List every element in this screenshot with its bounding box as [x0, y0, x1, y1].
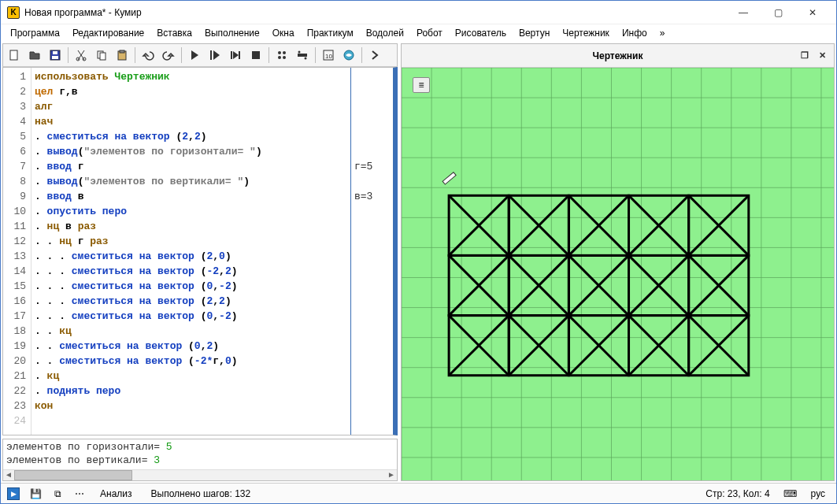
cut-button[interactable]	[72, 46, 91, 65]
svg-rect-9	[120, 50, 124, 53]
line-numbers-button[interactable]: 10	[319, 46, 338, 65]
title-bar: K Новая программа* - Кумир ― ▢ ✕	[1, 1, 836, 24]
svg-point-5	[83, 57, 86, 61]
keyboard-indicator-icon: ⌨	[783, 486, 798, 502]
panel-header: Чертежник ❐ ✕	[402, 44, 834, 68]
actor-button[interactable]	[339, 46, 358, 65]
code-area[interactable]: использовать Чертежникцел г,валгнач. сме…	[31, 68, 350, 435]
new-button[interactable]	[5, 46, 24, 65]
redo-button[interactable]	[159, 46, 178, 65]
menu-окна[interactable]: Окна	[266, 25, 301, 41]
console-text[interactable]: элементов по горизонтали= 5элементов по …	[3, 439, 397, 469]
svg-rect-11	[231, 51, 232, 59]
menu-вертун[interactable]: Вертун	[513, 25, 556, 41]
stop-button[interactable]	[246, 46, 265, 65]
menu-чертежник[interactable]: Чертежник	[556, 25, 616, 41]
menu-робот[interactable]: Робот	[410, 25, 449, 41]
canvas-svg	[402, 68, 834, 480]
menu-overflow[interactable]: »	[654, 25, 672, 41]
app-icon: K	[7, 6, 20, 19]
status-steps: Выполнено шагов: 132	[145, 488, 257, 499]
menu-вставка[interactable]: Вставка	[150, 25, 198, 41]
status-run-icon[interactable]: ▶	[6, 486, 21, 502]
value-margin: г=5в=3	[350, 68, 393, 435]
menu-выполнение[interactable]: Выполнение	[198, 25, 266, 41]
svg-rect-3	[53, 51, 57, 54]
menu-рисователь[interactable]: Рисователь	[449, 25, 513, 41]
status-dots-icon[interactable]: ⋯	[72, 486, 87, 502]
svg-point-19	[298, 51, 301, 54]
close-button[interactable]: ✕	[795, 2, 830, 24]
save-button[interactable]	[46, 46, 65, 65]
code-editor[interactable]: 123456789101112131415161718192021222324 …	[2, 67, 398, 435]
copy-button[interactable]	[92, 46, 111, 65]
menu-инфо[interactable]: Инфо	[616, 25, 654, 41]
svg-rect-10	[210, 50, 212, 60]
status-copy-icon[interactable]: ⧉	[50, 486, 65, 502]
actor-panel: Чертежник ❐ ✕ ≡	[401, 43, 835, 481]
window-title: Новая программа* - Кумир	[24, 7, 726, 18]
panel-title: Чертежник	[593, 50, 643, 61]
svg-rect-7	[100, 53, 106, 60]
svg-point-16	[278, 56, 281, 59]
menu-водолей[interactable]: Водолей	[360, 25, 410, 41]
svg-rect-99	[443, 172, 456, 184]
robot-field-button[interactable]	[272, 46, 291, 65]
svg-point-20	[305, 57, 307, 60]
svg-rect-13	[252, 51, 260, 59]
editor-pane: 10 1234567891011121314151617181920212223…	[2, 43, 398, 481]
toolbar: 10	[2, 43, 398, 67]
panel-detach-button[interactable]: ❐	[798, 48, 812, 62]
panel-close-button[interactable]: ✕	[815, 48, 829, 62]
undo-button[interactable]	[139, 46, 157, 65]
menu-практикум[interactable]: Практикум	[301, 25, 360, 41]
svg-point-14	[278, 51, 281, 54]
run-button[interactable]	[185, 46, 204, 65]
svg-text:10: 10	[325, 53, 332, 60]
robot-edit-button[interactable]	[293, 46, 312, 65]
line-gutter: 123456789101112131415161718192021222324	[3, 68, 31, 435]
paste-button[interactable]	[113, 46, 131, 65]
svg-rect-2	[52, 56, 58, 59]
menu-bar: ПрограммаРедактированиеВставкаВыполнение…	[1, 24, 836, 42]
console-scrollbar[interactable]: ◄►	[3, 469, 397, 480]
menu-редактирование[interactable]: Редактирование	[66, 25, 150, 41]
more-button[interactable]	[365, 46, 384, 65]
svg-point-15	[283, 51, 286, 54]
svg-point-4	[76, 57, 80, 61]
open-button[interactable]	[25, 46, 44, 65]
svg-rect-12	[239, 51, 240, 59]
svg-rect-18	[298, 54, 307, 57]
menu-программа[interactable]: Программа	[4, 25, 66, 41]
step-over-button[interactable]	[226, 46, 245, 65]
svg-rect-0	[10, 50, 17, 60]
status-bar: ▶ 💾 ⧉ ⋯ Анализ Выполнено шагов: 132 Стр:…	[1, 483, 836, 503]
status-analysis: Анализ	[94, 488, 139, 499]
step-button[interactable]	[206, 46, 224, 65]
status-cursor-pos: Стр: 23, Кол: 4	[699, 488, 776, 499]
status-save-icon[interactable]: 💾	[28, 486, 43, 502]
maximize-button[interactable]: ▢	[761, 2, 795, 24]
drawing-canvas[interactable]: ≡	[402, 68, 834, 480]
minimize-button[interactable]: ―	[726, 2, 761, 24]
status-keyboard-lang: рус	[805, 488, 831, 499]
svg-point-17	[283, 56, 286, 59]
output-console: элементов по горизонтали= 5элементов по …	[2, 439, 398, 481]
